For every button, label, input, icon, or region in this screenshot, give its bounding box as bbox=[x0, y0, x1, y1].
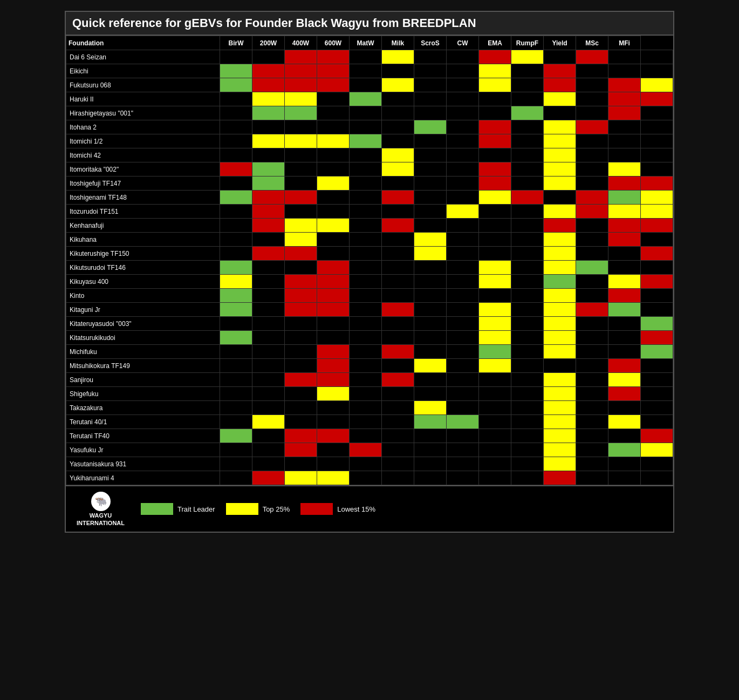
row-name-14: Kikuterushige TF150 bbox=[66, 247, 220, 261]
cell-0-11 bbox=[576, 50, 608, 64]
cell-7-3 bbox=[317, 148, 350, 162]
cell-16-10 bbox=[544, 275, 576, 289]
cell-21-9 bbox=[511, 345, 544, 359]
cell-18-4 bbox=[350, 303, 382, 317]
cell-23-12 bbox=[608, 373, 641, 387]
header-col-1: BirW bbox=[220, 36, 252, 50]
cell-7-6 bbox=[414, 148, 447, 162]
cell-27-1 bbox=[252, 429, 285, 443]
cell-13-5 bbox=[382, 233, 414, 247]
row-name-8: Itomoritaka "002" bbox=[66, 162, 220, 176]
cell-13-4 bbox=[350, 233, 382, 247]
main-container: Quick reference for gEBVs for Founder Bl… bbox=[65, 11, 674, 533]
legend-trait-leader-label: Trait Leader bbox=[177, 505, 215, 513]
cell-16-13 bbox=[641, 275, 673, 289]
header-col-7: ScroS bbox=[414, 36, 447, 50]
cell-25-5 bbox=[382, 401, 414, 415]
cell-22-0 bbox=[220, 359, 252, 373]
cell-19-7 bbox=[447, 317, 479, 331]
cell-9-5 bbox=[382, 176, 414, 191]
cell-5-4 bbox=[350, 120, 382, 134]
cell-20-7 bbox=[447, 331, 479, 345]
cell-23-6 bbox=[414, 373, 447, 387]
cell-30-0 bbox=[220, 471, 252, 485]
table-row: Itomichi 42 bbox=[66, 148, 673, 162]
cell-16-8 bbox=[479, 275, 511, 289]
row-name-24: Shigefuku bbox=[66, 387, 220, 401]
cell-16-1 bbox=[252, 275, 285, 289]
cell-29-3 bbox=[317, 457, 350, 471]
cell-16-6 bbox=[414, 275, 447, 289]
cell-29-4 bbox=[350, 457, 382, 471]
table-row: Kitateruyasudoi "003" bbox=[66, 317, 673, 331]
legend-yellow-box bbox=[226, 503, 258, 515]
table-row: Takazakura bbox=[66, 401, 673, 415]
cell-25-11 bbox=[576, 401, 608, 415]
legend-lowest15: Lowest 15% bbox=[300, 503, 375, 515]
cell-11-4 bbox=[350, 205, 382, 219]
cell-1-10 bbox=[544, 64, 576, 78]
legend-top25-label: Top 25% bbox=[263, 505, 290, 513]
cell-12-3 bbox=[317, 219, 350, 233]
cell-22-8 bbox=[479, 359, 511, 373]
header-col-0: Foundation bbox=[66, 36, 220, 50]
header-col-5: MatW bbox=[350, 36, 382, 50]
cell-12-1 bbox=[252, 219, 285, 233]
cell-27-11 bbox=[576, 429, 608, 443]
cell-2-7 bbox=[447, 78, 479, 92]
cell-24-8 bbox=[479, 387, 511, 401]
cell-30-8 bbox=[479, 471, 511, 485]
cell-5-3 bbox=[317, 120, 350, 134]
row-name-22: Mitsuhikokura TF149 bbox=[66, 359, 220, 373]
cell-11-8 bbox=[479, 205, 511, 219]
table-row: Itoshigefuji TF147 bbox=[66, 176, 673, 191]
cell-23-8 bbox=[479, 373, 511, 387]
cell-16-11 bbox=[576, 275, 608, 289]
cell-22-6 bbox=[414, 359, 447, 373]
cell-15-8 bbox=[479, 261, 511, 275]
cell-24-0 bbox=[220, 387, 252, 401]
cell-6-13 bbox=[641, 134, 673, 148]
cell-4-8 bbox=[479, 106, 511, 120]
table-row: Mitsuhikokura TF149 bbox=[66, 359, 673, 373]
cell-13-1 bbox=[252, 233, 285, 247]
cell-15-6 bbox=[414, 261, 447, 275]
cell-19-9 bbox=[511, 317, 544, 331]
cell-17-4 bbox=[350, 289, 382, 303]
cell-10-2 bbox=[285, 191, 317, 205]
row-name-2: Fukutsuru 068 bbox=[66, 78, 220, 92]
cell-10-4 bbox=[350, 191, 382, 205]
cell-29-13 bbox=[641, 457, 673, 471]
cell-10-11 bbox=[576, 191, 608, 205]
cell-4-13 bbox=[641, 106, 673, 120]
cell-27-7 bbox=[447, 429, 479, 443]
data-table: FoundationBirW200W400W600WMatWMilkScroSC… bbox=[66, 36, 673, 485]
cell-13-9 bbox=[511, 233, 544, 247]
cell-4-12 bbox=[608, 106, 641, 120]
cell-20-8 bbox=[479, 331, 511, 345]
cell-16-12 bbox=[608, 275, 641, 289]
cell-24-13 bbox=[641, 387, 673, 401]
table-row: Itohana 2 bbox=[66, 120, 673, 134]
cell-14-10 bbox=[544, 247, 576, 261]
cell-22-10 bbox=[544, 359, 576, 373]
cell-1-7 bbox=[447, 64, 479, 78]
cell-1-1 bbox=[252, 64, 285, 78]
table-row: Kikuhana bbox=[66, 233, 673, 247]
cell-30-2 bbox=[285, 471, 317, 485]
cell-23-2 bbox=[285, 373, 317, 387]
cell-26-13 bbox=[641, 415, 673, 429]
cell-3-2 bbox=[285, 92, 317, 106]
cell-14-6 bbox=[414, 247, 447, 261]
cell-27-6 bbox=[414, 429, 447, 443]
cell-7-12 bbox=[608, 148, 641, 162]
legend: Trait Leader Top 25% Lowest 15% bbox=[141, 503, 375, 515]
cell-14-2 bbox=[285, 247, 317, 261]
cell-12-5 bbox=[382, 219, 414, 233]
cell-3-11 bbox=[576, 92, 608, 106]
cell-13-13 bbox=[641, 233, 673, 247]
cell-23-3 bbox=[317, 373, 350, 387]
cell-17-2 bbox=[285, 289, 317, 303]
cell-18-11 bbox=[576, 303, 608, 317]
cell-4-1 bbox=[252, 106, 285, 120]
